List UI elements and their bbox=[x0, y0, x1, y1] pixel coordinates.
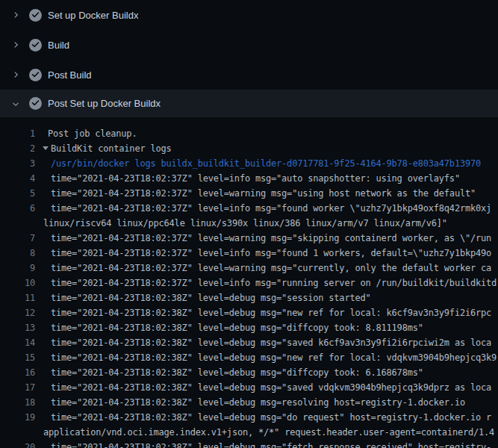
line-number[interactable]: 14 bbox=[0, 335, 35, 350]
log-line: 8time="2021-04-23T18:02:37Z" level=info … bbox=[0, 246, 498, 261]
log-group-header[interactable]: BuildKit container logs bbox=[35, 141, 498, 156]
line-number[interactable]: 3 bbox=[0, 156, 35, 171]
line-number[interactable]: 7 bbox=[0, 231, 35, 246]
log-text: time="2021-04-23T18:02:38Z" level=debug … bbox=[35, 335, 498, 350]
line-number[interactable]: 16 bbox=[0, 365, 35, 380]
line-number[interactable]: 17 bbox=[0, 380, 35, 395]
line-number[interactable]: 2 bbox=[0, 141, 35, 156]
log-line: 11time="2021-04-23T18:02:38Z" level=debu… bbox=[0, 290, 498, 305]
log-line: 6time="2021-04-23T18:02:37Z" level=info … bbox=[0, 201, 498, 216]
log-text: time="2021-04-23T18:02:38Z" level=debug … bbox=[35, 380, 498, 395]
log-line: 2BuildKit container logs bbox=[0, 141, 498, 156]
log-text: time="2021-04-23T18:02:38Z" level=debug … bbox=[35, 305, 498, 320]
log-area: 1Post job cleanup.2BuildKit container lo… bbox=[0, 117, 498, 448]
log-text: time="2021-04-23T18:02:37Z" level=info m… bbox=[35, 201, 498, 216]
check-circle-icon bbox=[29, 39, 42, 52]
line-number[interactable]: 11 bbox=[0, 290, 35, 305]
line-number[interactable]: 20 bbox=[0, 440, 35, 448]
step-header-post-set-up-docker-buildx[interactable]: Post Set up Docker Buildx bbox=[0, 90, 498, 117]
log-text: time="2021-04-23T18:02:37Z" level=info m… bbox=[35, 246, 498, 261]
log-line: 4time="2021-04-23T18:02:37Z" level=info … bbox=[0, 171, 498, 186]
line-number bbox=[0, 425, 35, 440]
line-number[interactable]: 13 bbox=[0, 320, 35, 335]
log-text: Post job cleanup. bbox=[35, 126, 498, 141]
line-number[interactable]: 19 bbox=[0, 410, 35, 425]
step-header-post-build[interactable]: Post Build bbox=[0, 60, 498, 90]
step-header-build[interactable]: Build bbox=[0, 30, 498, 60]
log-line: 13time="2021-04-23T18:02:38Z" level=debu… bbox=[0, 320, 498, 335]
log-text: time="2021-04-23T18:02:38Z" level=debug … bbox=[35, 320, 498, 335]
check-circle-icon bbox=[29, 9, 42, 22]
log-text: time="2021-04-23T18:02:37Z" level=warnin… bbox=[35, 261, 498, 276]
line-number[interactable]: 4 bbox=[0, 171, 35, 186]
chevron-down-icon bbox=[10, 98, 22, 110]
line-number[interactable]: 12 bbox=[0, 305, 35, 320]
line-number[interactable]: 15 bbox=[0, 350, 35, 365]
line-number[interactable]: 9 bbox=[0, 261, 35, 276]
line-number[interactable]: 1 bbox=[0, 126, 35, 141]
log-line: 3/usr/bin/docker logs buildx_buildkit_bu… bbox=[0, 156, 498, 171]
step-label: Build bbox=[48, 40, 69, 51]
check-circle-icon bbox=[29, 97, 42, 110]
log-line: 17time="2021-04-23T18:02:38Z" level=debu… bbox=[0, 380, 498, 395]
triangle-down-icon bbox=[43, 146, 49, 150]
log-text: time="2021-04-23T18:02:38Z" level=debug … bbox=[35, 440, 498, 448]
log-line: 5time="2021-04-23T18:02:37Z" level=warni… bbox=[0, 186, 498, 201]
log-line: 9time="2021-04-23T18:02:37Z" level=warni… bbox=[0, 261, 498, 276]
log-text: application/vnd.oci.image.index.v1+json,… bbox=[35, 425, 498, 440]
chevron-right-icon bbox=[10, 39, 22, 51]
log-text: time="2021-04-23T18:02:37Z" level=info m… bbox=[35, 171, 498, 186]
log-text: linux/riscv64 linux/ppc64le linux/s390x … bbox=[35, 216, 498, 231]
step-label: Post Build bbox=[48, 69, 92, 81]
group-title: BuildKit container logs bbox=[51, 143, 172, 154]
chevron-right-icon bbox=[10, 69, 22, 81]
log-text: time="2021-04-23T18:02:38Z" level=debug … bbox=[35, 290, 498, 305]
log-text: time="2021-04-23T18:02:38Z" level=debug … bbox=[35, 395, 498, 410]
line-number[interactable]: 6 bbox=[0, 201, 35, 216]
step-label: Set up Docker Buildx bbox=[48, 10, 138, 21]
log-line: 10time="2021-04-23T18:02:37Z" level=info… bbox=[0, 276, 498, 290]
log-line: 14time="2021-04-23T18:02:38Z" level=debu… bbox=[0, 335, 498, 350]
line-number[interactable]: 10 bbox=[0, 276, 35, 290]
log-line: 12time="2021-04-23T18:02:38Z" level=debu… bbox=[0, 305, 498, 320]
check-circle-icon bbox=[29, 69, 42, 81]
log-text: time="2021-04-23T18:02:37Z" level=info m… bbox=[35, 276, 498, 290]
line-number bbox=[0, 216, 35, 231]
log-line: 15time="2021-04-23T18:02:38Z" level=debu… bbox=[0, 350, 498, 365]
log-text: time="2021-04-23T18:02:38Z" level=debug … bbox=[35, 365, 498, 380]
workflow-log-viewer: Set up Docker BuildxBuildPost BuildPost … bbox=[0, 0, 498, 448]
step-list: Set up Docker BuildxBuildPost BuildPost … bbox=[0, 0, 498, 117]
log-text: time="2021-04-23T18:02:37Z" level=warnin… bbox=[35, 186, 498, 201]
log-line: 7time="2021-04-23T18:02:37Z" level=warni… bbox=[0, 231, 498, 246]
log-text: time="2021-04-23T18:02:38Z" level=debug … bbox=[35, 350, 498, 365]
log-line: 19time="2021-04-23T18:02:38Z" level=debu… bbox=[0, 410, 498, 425]
log-line: application/vnd.oci.image.index.v1+json,… bbox=[0, 425, 498, 440]
log-line: 18time="2021-04-23T18:02:38Z" level=debu… bbox=[0, 395, 498, 410]
log-line: linux/riscv64 linux/ppc64le linux/s390x … bbox=[0, 216, 498, 231]
log-line: 1Post job cleanup. bbox=[0, 126, 498, 141]
line-number[interactable]: 8 bbox=[0, 246, 35, 261]
step-header-set-up-docker-buildx[interactable]: Set up Docker Buildx bbox=[0, 0, 498, 30]
log-text: time="2021-04-23T18:02:38Z" level=debug … bbox=[35, 410, 498, 425]
chevron-right-icon bbox=[10, 9, 22, 21]
line-number[interactable]: 18 bbox=[0, 395, 35, 410]
step-label: Post Set up Docker Buildx bbox=[48, 98, 161, 109]
line-number[interactable]: 5 bbox=[0, 186, 35, 201]
command-text: /usr/bin/docker logs buildx_buildkit_bui… bbox=[35, 156, 498, 171]
log-line: 16time="2021-04-23T18:02:38Z" level=debu… bbox=[0, 365, 498, 380]
log-text: time="2021-04-23T18:02:37Z" level=warnin… bbox=[35, 231, 498, 246]
log-line: 20time="2021-04-23T18:02:38Z" level=debu… bbox=[0, 440, 498, 448]
